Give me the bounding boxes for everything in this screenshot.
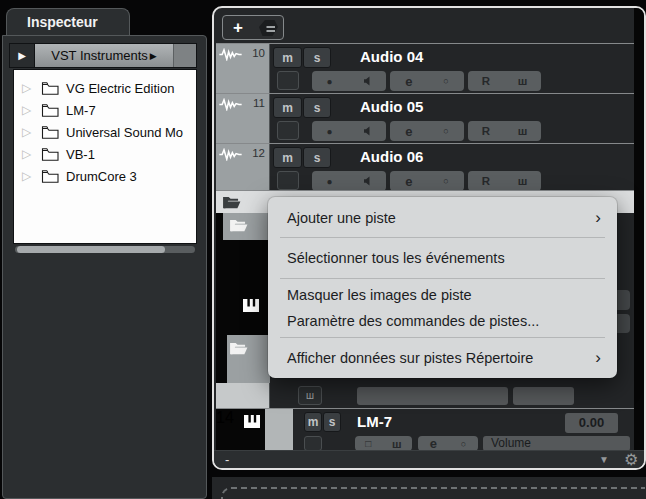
monitor-speaker-icon[interactable]: [362, 126, 372, 136]
track-controls-row[interactable]: ш: [216, 383, 644, 408]
track-color-cell[interactable]: [216, 383, 270, 408]
solo-button[interactable]: s: [323, 412, 341, 432]
tab-inspecteur[interactable]: Inspecteur: [6, 8, 130, 36]
drop-zone-dashed-border: [221, 487, 645, 499]
menu-item-label: Paramètre des commandes de pistes...: [287, 313, 601, 329]
horizontal-scrollbar[interactable]: [15, 246, 195, 253]
insert-state-icon[interactable]: ○: [443, 76, 448, 86]
read-automation-button[interactable]: R: [482, 125, 490, 137]
track-parameter-field[interactable]: [357, 387, 508, 405]
write-automation-button[interactable]: ш: [298, 386, 322, 405]
edit-channel-button[interactable]: e: [405, 74, 412, 89]
solo-button[interactable]: s: [303, 97, 331, 118]
record-monitor-group: ●: [312, 71, 386, 91]
folder-icon: [41, 81, 59, 95]
gain-value-field[interactable]: 0.00: [565, 413, 618, 433]
collapse-button[interactable]: -: [225, 452, 229, 467]
track-row-audio-06[interactable]: 12 m s Audio 06 ● e ○ R ш: [216, 143, 644, 190]
track-parameter-field[interactable]: [513, 387, 574, 405]
menu-item-label: Ajouter une piste: [287, 210, 595, 226]
add-track-button[interactable]: +: [223, 16, 253, 39]
write-automation-button[interactable]: ш: [518, 125, 528, 137]
list-item[interactable]: ▷ LM-7: [14, 99, 196, 121]
menu-item-track-controls-settings[interactable]: Paramètre des commandes de pistes...: [268, 307, 617, 334]
track-color-cell[interactable]: [216, 335, 270, 383]
edit-channel-button[interactable]: e: [405, 124, 412, 139]
list-item[interactable]: ▷ VG Electric Edition: [14, 77, 196, 99]
edit-group: e ○: [418, 436, 478, 450]
track-preset-button[interactable]: [253, 16, 283, 39]
track-color-cell[interactable]: 12: [216, 144, 270, 190]
record-enable-box[interactable]: [277, 71, 299, 90]
folder-icon: [41, 169, 59, 183]
list-item[interactable]: ▷ DrumCore 3: [14, 165, 196, 187]
track-color-cell[interactable]: 14: [216, 409, 293, 450]
vst-instruments-dropdown[interactable]: VST Instruments ▶: [35, 44, 173, 67]
scrollbar-thumb[interactable]: [17, 246, 165, 253]
list-item[interactable]: ▷ Universal Sound Mo: [14, 121, 196, 143]
menu-item-show-folder-track-data[interactable]: Afficher données sur pistes Répertoire ›: [268, 341, 617, 374]
read-automation-button[interactable]: R: [482, 175, 490, 187]
write-automation-button[interactable]: ш: [518, 175, 528, 187]
record-arm-icon[interactable]: ●: [326, 176, 332, 187]
write-automation-button[interactable]: ш: [518, 75, 528, 87]
edit-channel-button[interactable]: e: [430, 436, 437, 450]
expander-triangle-icon[interactable]: ▷: [22, 125, 34, 139]
track-color-cell[interactable]: [216, 213, 270, 240]
record-arm-icon[interactable]: ●: [326, 76, 332, 87]
record-square-icon[interactable]: □: [365, 438, 371, 449]
mute-button[interactable]: m: [273, 147, 302, 168]
solo-button[interactable]: s: [303, 147, 331, 168]
solo-button[interactable]: s: [303, 47, 331, 68]
open-folder-icon: [222, 195, 241, 210]
piano-keys-icon: [243, 299, 259, 312]
track-name[interactable]: LM-7: [357, 413, 392, 430]
gear-icon[interactable]: ⚙: [624, 450, 638, 469]
track-color-cell[interactable]: 10: [216, 44, 270, 93]
record-monitor-group: ●: [312, 121, 386, 141]
track-row-audio-05[interactable]: 11 m s Audio 05 ● e ○ R ш: [216, 93, 644, 143]
menu-item-add-track[interactable]: Ajouter une piste ›: [268, 201, 617, 234]
mute-button[interactable]: m: [273, 97, 302, 118]
menu-item-label: Masquer les images de piste: [287, 287, 601, 303]
monitor-speaker-icon[interactable]: [362, 176, 372, 186]
monitor-speaker-icon[interactable]: [362, 76, 372, 86]
menu-item-label: Sélectionner tous les événements: [287, 250, 601, 266]
insert-state-icon[interactable]: ○: [443, 126, 448, 136]
track-color-cell[interactable]: [216, 240, 270, 285]
vst-instruments-section-header[interactable]: ▶ VST Instruments ▶: [9, 43, 197, 68]
read-automation-button[interactable]: R: [482, 75, 490, 87]
mute-button[interactable]: m: [304, 412, 322, 432]
expander-triangle-icon[interactable]: ▷: [22, 147, 34, 161]
track-name[interactable]: Audio 05: [360, 98, 423, 115]
menu-item-select-all-events[interactable]: Sélectionner tous les événements: [268, 241, 617, 275]
record-arm-icon[interactable]: ●: [326, 126, 332, 137]
track-row-audio-04[interactable]: 10 m s Audio 04 ● e ○ R ш: [216, 43, 644, 93]
track-row-lm7[interactable]: 14 m s LM-7 0.00 □ ш e ○ Volume: [216, 408, 644, 450]
plugin-folder-label: VB-1: [66, 147, 95, 162]
volume-fader-field[interactable]: Volume: [483, 436, 630, 450]
piano-keys-icon: [244, 415, 260, 428]
audio-waveform-icon: [219, 48, 242, 61]
menu-item-hide-track-pictures[interactable]: Masquer les images de piste: [268, 282, 617, 307]
expander-triangle-icon[interactable]: ▷: [22, 169, 34, 183]
section-expand-button[interactable]: ▶: [10, 44, 35, 67]
record-enable-box[interactable]: [277, 171, 299, 190]
monitor-icon[interactable]: ш: [392, 438, 402, 450]
record-enable-box[interactable]: [304, 436, 322, 450]
track-color-cell[interactable]: 11: [216, 94, 270, 143]
expander-triangle-icon[interactable]: ▷: [22, 103, 34, 117]
list-item[interactable]: ▷ VB-1: [14, 143, 196, 165]
expander-triangle-icon[interactable]: ▷: [22, 81, 34, 95]
track-number: 11: [253, 97, 265, 109]
insert-state-icon[interactable]: ○: [443, 176, 448, 186]
expand-down-icon[interactable]: ▼: [599, 454, 609, 465]
mute-button[interactable]: m: [273, 47, 302, 68]
track-name[interactable]: Audio 04: [360, 48, 423, 65]
edit-channel-button[interactable]: e: [405, 174, 412, 189]
record-enable-box[interactable]: [277, 121, 299, 140]
insert-state-icon[interactable]: ○: [461, 439, 466, 449]
track-color-cell[interactable]: [216, 285, 270, 335]
track-name[interactable]: Audio 06: [360, 148, 423, 165]
folder-icon: [41, 103, 59, 117]
